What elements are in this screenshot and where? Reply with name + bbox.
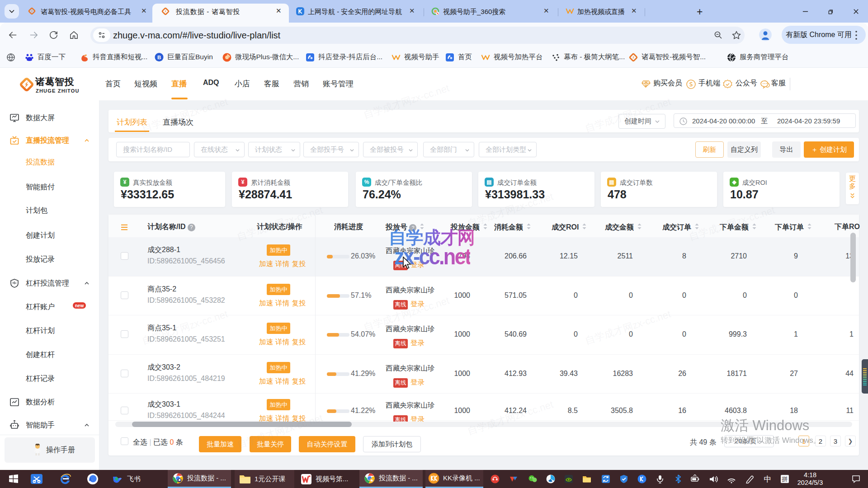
svg-text:B: B (157, 55, 161, 60)
svg-text:拼: 拼 (782, 476, 788, 483)
svg-text:中: 中 (764, 475, 772, 483)
